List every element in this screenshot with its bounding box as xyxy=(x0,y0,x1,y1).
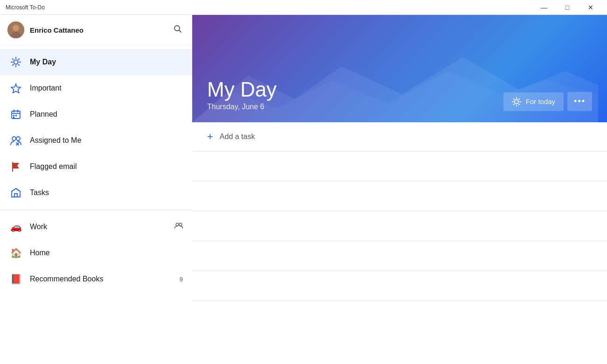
home-label: Home xyxy=(30,249,183,257)
for-today-icon xyxy=(512,97,521,106)
window-controls: — □ ✕ xyxy=(533,0,601,15)
sidebar-item-home[interactable]: 🏠 Home xyxy=(0,240,192,266)
work-icon: 🚗 xyxy=(9,220,22,233)
important-icon xyxy=(9,82,22,95)
maximize-button[interactable]: □ xyxy=(557,0,578,15)
sidebar-item-recommended-books[interactable]: 📕 Recommended Books 9 xyxy=(0,266,192,292)
svg-line-11 xyxy=(18,64,19,65)
hero-header: My Day Thursday, June 6 xyxy=(192,15,607,122)
svg-line-39 xyxy=(519,104,520,105)
empty-task-row-5 xyxy=(192,271,607,301)
work-label: Work xyxy=(30,223,172,231)
main-content: My Day Thursday, June 6 xyxy=(192,15,607,364)
sidebar-item-tasks[interactable]: Tasks xyxy=(0,180,192,206)
svg-line-40 xyxy=(519,98,520,99)
hero-text: My Day Thursday, June 6 xyxy=(207,78,503,111)
work-shared-icon xyxy=(174,222,183,231)
svg-rect-19 xyxy=(13,115,14,116)
more-options-button[interactable]: ••• xyxy=(567,92,592,111)
add-task-text: Add a task xyxy=(220,133,255,141)
svg-line-38 xyxy=(513,98,514,99)
sidebar-divider xyxy=(0,210,192,210)
sidebar-header: Enrico Cattaneo xyxy=(0,15,192,45)
svg-point-1 xyxy=(13,25,19,31)
sidebar-nav: My Day Important xyxy=(0,45,192,296)
sidebar-item-work[interactable]: 🚗 Work xyxy=(0,214,192,240)
sidebar-item-my-day[interactable]: My Day xyxy=(0,49,192,75)
svg-line-12 xyxy=(18,59,19,60)
user-profile[interactable]: Enrico Cattaneo xyxy=(7,21,84,38)
svg-line-41 xyxy=(513,104,514,105)
username-label: Enrico Cattaneo xyxy=(30,26,84,34)
empty-task-row-2 xyxy=(192,182,607,211)
add-task-row[interactable]: + Add a task xyxy=(192,122,607,152)
hero-subtitle: Thursday, June 6 xyxy=(207,103,503,111)
svg-point-23 xyxy=(16,137,20,140)
important-label: Important xyxy=(30,84,183,92)
svg-line-28 xyxy=(16,189,20,191)
avatar xyxy=(7,21,24,38)
assigned-label: Assigned to Me xyxy=(30,136,183,145)
svg-line-27 xyxy=(12,189,16,191)
svg-marker-14 xyxy=(11,84,21,93)
for-today-button[interactable]: For today xyxy=(503,92,564,111)
flagged-icon xyxy=(9,160,22,173)
sidebar: Enrico Cattaneo xyxy=(0,15,192,364)
app-title: Microsoft To-Do xyxy=(6,4,45,11)
planned-icon xyxy=(9,108,22,121)
sidebar-item-assigned[interactable]: Assigned to Me xyxy=(0,127,192,154)
sidebar-item-flagged[interactable]: Flagged email xyxy=(0,154,192,180)
task-area: + Add a task xyxy=(192,122,607,364)
empty-task-row-3 xyxy=(192,211,607,241)
search-button[interactable] xyxy=(171,22,185,38)
recommended-books-badge: 9 xyxy=(180,276,183,283)
add-task-plus-icon: + xyxy=(207,131,213,143)
empty-task-row-1 xyxy=(192,152,607,182)
recommended-books-label: Recommended Books xyxy=(30,275,180,283)
hero-title: My Day xyxy=(207,78,503,101)
tasks-label: Tasks xyxy=(30,189,183,197)
assigned-icon xyxy=(9,134,22,147)
hero-actions: For today ••• xyxy=(503,92,592,111)
for-today-label: For today xyxy=(526,98,555,105)
flagged-label: Flagged email xyxy=(30,162,183,171)
svg-line-13 xyxy=(13,64,14,65)
avatar-image xyxy=(7,21,24,38)
svg-point-22 xyxy=(12,137,16,140)
svg-rect-21 xyxy=(13,117,14,118)
recommended-books-icon: 📕 xyxy=(9,273,22,286)
svg-point-5 xyxy=(14,60,18,64)
svg-rect-20 xyxy=(15,115,17,116)
sidebar-item-planned[interactable]: Planned xyxy=(0,101,192,127)
my-day-label: My Day xyxy=(30,58,183,66)
my-day-icon xyxy=(9,56,22,69)
planned-label: Planned xyxy=(30,110,183,119)
title-bar: Microsoft To-Do — □ ✕ xyxy=(0,0,607,15)
tasks-icon xyxy=(9,186,22,199)
empty-task-row-4 xyxy=(192,241,607,271)
svg-line-10 xyxy=(13,59,14,60)
sidebar-item-important[interactable]: Important xyxy=(0,75,192,101)
svg-point-33 xyxy=(515,99,518,103)
svg-line-4 xyxy=(179,30,181,32)
app-body: Enrico Cattaneo xyxy=(0,15,607,364)
close-button[interactable]: ✕ xyxy=(580,0,601,15)
minimize-button[interactable]: — xyxy=(533,0,555,15)
home-icon: 🏠 xyxy=(9,246,22,259)
svg-point-30 xyxy=(179,223,182,226)
svg-point-29 xyxy=(176,223,179,226)
